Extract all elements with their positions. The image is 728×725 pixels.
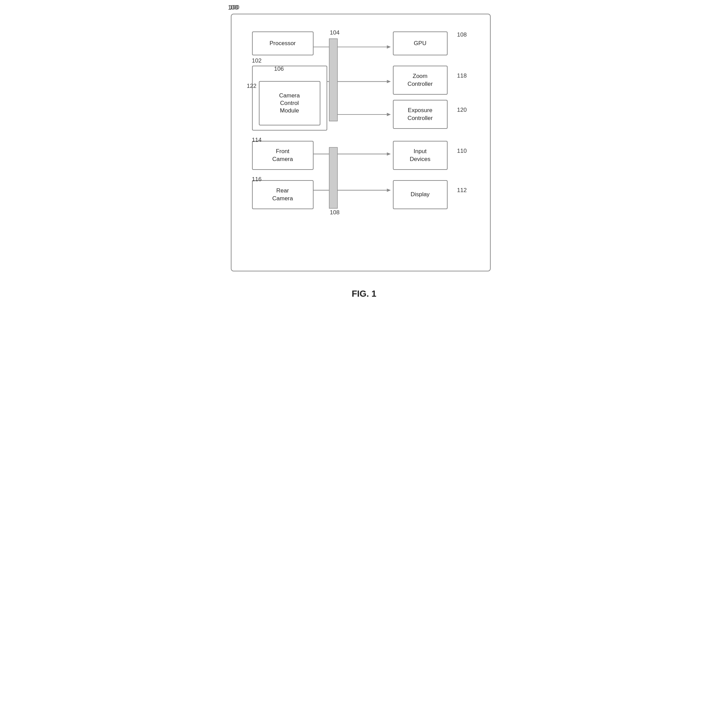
svg-rect-1 [329,39,337,121]
ref-120: 120 [457,107,467,113]
input-devices-label: Input Devices [410,148,430,163]
ref-108-gpu: 108 [457,31,467,38]
processor-box: Processor [252,31,314,55]
gpu-label: GPU [414,40,427,47]
ref-110: 110 [457,148,467,154]
diagram-content: Processor 102 Memory 106 Camera Control … [245,24,463,257]
ref-104: 104 [330,29,340,36]
ref-122: 122 [247,83,257,90]
ref-100-label: 100 [228,4,239,11]
svg-marker-10 [387,153,391,156]
outer-system-box: 100 [231,14,491,272]
input-devices-box: Input Devices [393,141,448,170]
zoom-controller-label: Zoom Controller [408,72,433,87]
diagram-wrapper: 100 [231,14,497,272]
display-box: Display [393,180,448,209]
ref-106: 106 [274,66,284,72]
front-camera-box: Front Camera [252,141,314,170]
svg-rect-11 [329,147,337,208]
ref-108-bus2: 108 [330,209,340,216]
camera-control-module-box: Camera Control Module [259,81,320,125]
ref-112: 112 [457,187,467,194]
exposure-controller-label: Exposure Controller [408,107,433,122]
ref-116: 116 [252,176,262,183]
ref-114: 114 [252,137,262,143]
display-label: Display [411,191,430,198]
ref-102: 102 [252,57,262,64]
svg-marker-14 [387,189,391,192]
processor-label: Processor [269,40,296,47]
figure-caption: FIG. 1 [352,288,376,299]
svg-marker-5 [387,80,391,83]
camera-control-module-label: Camera Control Module [279,92,300,114]
ref-118: 118 [457,72,467,79]
rear-camera-box: Rear Camera [252,180,314,209]
svg-marker-7 [387,113,391,116]
exposure-controller-box: Exposure Controller [393,100,448,129]
rear-camera-label: Rear Camera [272,187,293,202]
zoom-controller-box: Zoom Controller [393,66,448,95]
front-camera-label: Front Camera [272,148,293,163]
gpu-box: GPU [393,31,448,55]
svg-marker-3 [387,46,391,49]
